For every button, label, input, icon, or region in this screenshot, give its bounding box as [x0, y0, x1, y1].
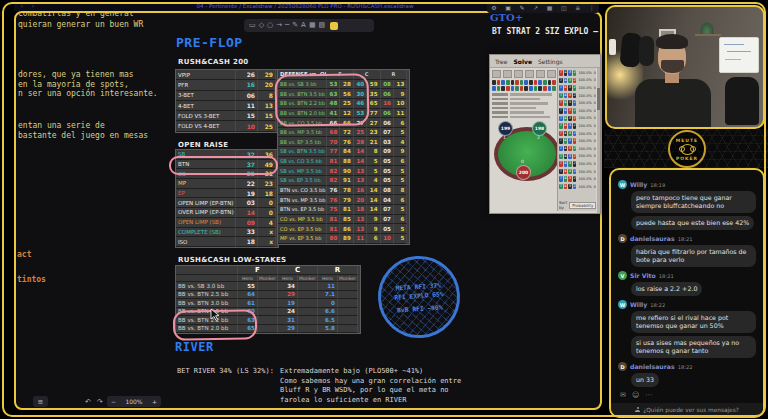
- hand-combo-row[interactable]: 7432100.0%0: [559, 122, 596, 130]
- hand-combo-row[interactable]: 7432100.0%0: [559, 153, 596, 161]
- solver-toolbar-button[interactable]: [503, 70, 512, 78]
- defense-benchmark-value: 28: [340, 80, 353, 90]
- excalidraw-toolbar[interactable]: ▭◇○→─✎A▦▨: [244, 19, 374, 32]
- sort-control[interactable]: Sort by Probability: [559, 200, 595, 210]
- hand-probability: 100.0%: [578, 116, 591, 120]
- hand-combo-row[interactable]: 7432100.0%0: [559, 107, 596, 115]
- solver-scrollbar[interactable]: [597, 68, 600, 213]
- hand-probability: 100.0%: [578, 86, 591, 90]
- lowstakes-corner: [176, 266, 238, 275]
- card-icon: 2: [573, 108, 577, 114]
- solver-toolbar[interactable]: [492, 70, 556, 78]
- hand-combo-row[interactable]: 7432100.0%0: [559, 77, 596, 85]
- defense-hero-value: 28: [354, 137, 367, 147]
- sort-dropdown[interactable]: Probability: [569, 202, 596, 209]
- zoom-control[interactable]: − 100% +: [107, 396, 161, 407]
- hand-combo-row[interactable]: 7432100.0%0: [559, 145, 596, 153]
- nav-arrows[interactable]: ‹ ›: [20, 2, 37, 9]
- solver-info-lines: [492, 93, 556, 118]
- hand-combo-row[interactable]: 7432100.0%0: [559, 99, 596, 107]
- redo-button[interactable]: ↷: [94, 396, 106, 407]
- solver-toolbar-button[interactable]: [547, 70, 556, 78]
- nav-back-icon[interactable]: ‹: [20, 2, 26, 9]
- lowstakes-column-header: R: [318, 266, 358, 275]
- pen-icon[interactable]: ✎: [519, 4, 524, 11]
- menu-icon[interactable]: ≡: [575, 4, 580, 11]
- solver-toolbar-button[interactable]: [525, 70, 534, 78]
- hand-combo-row[interactable]: 7432100.0%0: [559, 130, 596, 138]
- hand-combo-row[interactable]: 7432100.0%0: [559, 160, 596, 168]
- solver-info-row: [492, 98, 556, 101]
- mouse-cursor: [210, 308, 220, 322]
- hand-count: 0: [594, 94, 596, 98]
- defense-benchmark-value: 13: [394, 80, 407, 90]
- message-icon[interactable]: ✉: [620, 391, 626, 399]
- ellipse-tool-icon[interactable]: ○: [267, 19, 273, 32]
- defense-hero-value: 40: [354, 80, 367, 90]
- hand-combo-row[interactable]: 7432100.0%0: [559, 115, 596, 123]
- hand-combo-row[interactable]: 7432100.0%0: [559, 168, 596, 176]
- chat-visibility-bar[interactable]: ¿Quién puede ver sus mensajes?: [611, 403, 763, 416]
- menu-button[interactable]: ≡: [33, 396, 48, 407]
- viewers-icon: [635, 407, 640, 412]
- zoom-level[interactable]: 100%: [125, 398, 142, 405]
- line-tool-icon[interactable]: ─: [285, 19, 289, 32]
- board-card-row: [492, 86, 556, 91]
- zoom-out-button[interactable]: −: [111, 398, 116, 405]
- app-icon[interactable]: ▣: [505, 4, 511, 11]
- tab-settings[interactable]: Settings: [538, 58, 563, 65]
- window-icon[interactable]: ◫: [561, 4, 567, 11]
- image-tool-icon[interactable]: ▦: [309, 19, 316, 32]
- solver-info-row: [492, 102, 556, 105]
- card-icon: 3: [568, 85, 572, 91]
- solver-info-row: [492, 107, 556, 110]
- hand-combo-row[interactable]: 7432100.0%0: [559, 69, 596, 77]
- defense-benchmark-value: 78: [340, 186, 353, 196]
- hand-combo-row[interactable]: 7432100.0%0: [559, 175, 596, 183]
- defense-hero-value: 05: [381, 176, 394, 186]
- undo-button[interactable]: ↶: [82, 396, 94, 407]
- defense-benchmark-value: 14: [367, 186, 380, 196]
- diamond-tool-icon[interactable]: ◇: [259, 19, 264, 32]
- emoji-icon[interactable]: ☺: [632, 391, 639, 399]
- solver-window[interactable]: TreeSolveSettings 199119822000 7432100.0…: [489, 54, 601, 214]
- person-beard: [661, 60, 684, 73]
- more-icon[interactable]: ⋯: [645, 391, 652, 399]
- stat-row-label: VPIP: [176, 70, 236, 80]
- chat-message-header: VSir Vito18:21: [618, 271, 756, 280]
- color-swatch[interactable]: [330, 22, 338, 30]
- open-raise-row-label: CO: [176, 169, 236, 179]
- tab-solve[interactable]: Solve: [514, 58, 532, 65]
- grid-icon[interactable]: ▦: [547, 4, 553, 11]
- chat-message-list[interactable]: WWilly18:19pero tampoco tiene que ganar …: [613, 172, 761, 402]
- gear-icon[interactable]: ⚙: [491, 4, 496, 11]
- lowstakes-monker-value: [258, 325, 278, 334]
- share-icon[interactable]: ↗: [533, 4, 538, 11]
- text-tool-icon[interactable]: A: [301, 19, 306, 32]
- seat-number: 1: [503, 135, 506, 140]
- lowstakes-subcolumn-header: Monker: [258, 275, 278, 282]
- draw-tool-icon[interactable]: ✎: [292, 19, 298, 32]
- hand-combo-row[interactable]: 7432100.0%0: [559, 183, 596, 191]
- card-icon: 3: [568, 123, 572, 129]
- more-icon[interactable]: ⋮: [589, 4, 595, 11]
- zoom-in-button[interactable]: +: [152, 398, 157, 405]
- open-raise-row-benchmark-value: 4: [258, 218, 276, 228]
- tab-tree[interactable]: Tree: [495, 58, 508, 65]
- card-icon: 3: [568, 100, 572, 106]
- hand-combo-row[interactable]: 7432100.0%0: [559, 137, 596, 145]
- card-icon: 3: [568, 169, 572, 175]
- hand-combo-row[interactable]: 7432100.0%0: [559, 84, 596, 92]
- rectangle-tool-icon[interactable]: ▭: [249, 19, 256, 32]
- eraser-tool-icon[interactable]: ▨: [319, 19, 326, 32]
- solver-hands-panel[interactable]: 7432100.0%07432100.0%07432100.0%07432100…: [557, 68, 596, 211]
- solver-toolbar-button[interactable]: [514, 70, 523, 78]
- solver-tab-bar[interactable]: TreeSolveSettings: [490, 55, 600, 68]
- solver-toolbar-button[interactable]: [536, 70, 545, 78]
- nav-forward-icon[interactable]: ›: [31, 2, 37, 9]
- solver-scrollbar-thumb[interactable]: [597, 88, 600, 110]
- solver-toolbar-button[interactable]: [492, 70, 501, 78]
- arrow-tool-icon[interactable]: →: [276, 19, 282, 32]
- hand-combo-row[interactable]: 7432100.0%0: [559, 92, 596, 100]
- stat-row-hero-value: 16: [236, 80, 258, 90]
